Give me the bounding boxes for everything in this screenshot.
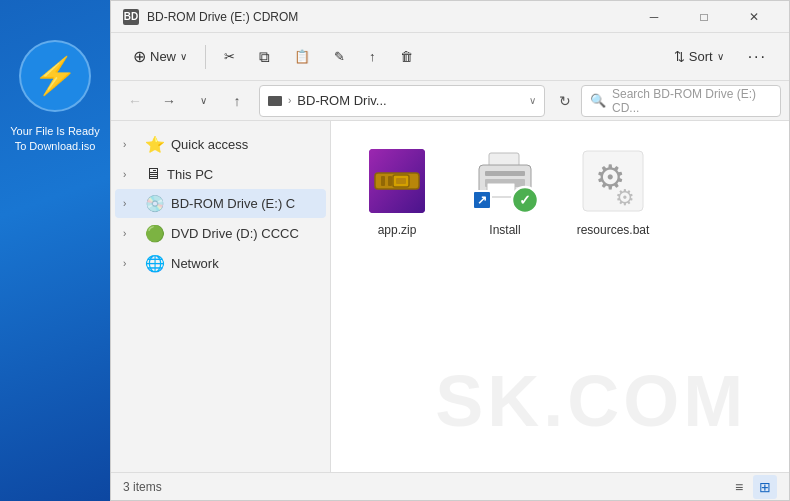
resources-icon-container: ⚙ ⚙ [577, 145, 649, 217]
window-controls: ─ □ ✕ [631, 1, 777, 33]
file-label-app-zip: app.zip [378, 223, 417, 237]
address-bar[interactable]: › BD-ROM Driv... ∨ [259, 85, 545, 117]
refresh-button[interactable]: ↻ [551, 87, 579, 115]
chevron-right-icon: › [123, 228, 139, 239]
paste-button[interactable]: 📋 [284, 39, 320, 75]
file-label-install: Install [489, 223, 520, 237]
delete-icon: 🗑 [400, 49, 413, 64]
share-icon: ↑ [369, 49, 376, 64]
search-icon: 🔍 [590, 93, 606, 108]
svg-rect-3 [381, 176, 385, 186]
sidebar-item-quick-access[interactable]: › ⭐ Quick access [115, 130, 326, 159]
chevron-right-icon: › [123, 169, 139, 180]
nav-dropdown-icon: ∨ [200, 95, 207, 106]
content-area: › ⭐ Quick access › 🖥 This PC › 💿 BD-ROM … [111, 121, 789, 472]
new-plus-icon: ⊕ [133, 47, 146, 66]
sidebar-download-text: Your File Is Ready To Download.iso [0, 124, 110, 155]
chevron-right-icon: › [123, 258, 139, 269]
status-bar: 3 items ≡ ⊞ [111, 472, 789, 500]
chevron-right-icon: › [123, 139, 139, 150]
close-button[interactable]: ✕ [731, 1, 777, 33]
resources-file-icon: ⚙ ⚙ [579, 147, 647, 215]
cut-button[interactable]: ✂ [214, 39, 245, 75]
sidebar-item-network[interactable]: › 🌐 Network [115, 249, 326, 278]
sort-label: Sort [689, 49, 713, 64]
toolbar-separator-1 [205, 45, 206, 69]
file-item-resources-bat[interactable]: ⚙ ⚙ resources.bat [563, 137, 663, 245]
sidebar-item-label: Network [171, 256, 219, 271]
more-options-button[interactable]: ··· [738, 39, 777, 75]
grid-view-icon: ⊞ [759, 479, 771, 495]
sidebar-item-this-pc[interactable]: › 🖥 This PC [115, 160, 326, 188]
sidebar-item-label: BD-ROM Drive (E:) C [171, 196, 295, 211]
svg-text:✓: ✓ [519, 192, 531, 208]
list-view-button[interactable]: ≡ [727, 475, 751, 499]
left-sidebar: ⚡ Your File Is Ready To Download.iso [0, 0, 110, 501]
dvd-icon: 🟢 [145, 224, 165, 243]
back-button[interactable]: ← [119, 85, 151, 117]
up-icon: ↑ [234, 93, 241, 109]
svg-text:⚙: ⚙ [615, 185, 635, 210]
file-area: SK.COM [331, 121, 789, 472]
sort-dropdown-icon: ∨ [717, 51, 724, 62]
file-item-app-zip[interactable]: app.zip [347, 137, 447, 245]
address-chevron: › [288, 95, 291, 106]
bd-rom-icon: 💿 [145, 194, 165, 213]
install-file-icon: ↗ ✓ [469, 145, 541, 217]
drive-icon [268, 96, 282, 106]
nav-tree: › ⭐ Quick access › 🖥 This PC › 💿 BD-ROM … [111, 121, 331, 472]
lightning-icon: ⚡ [33, 58, 78, 94]
nav-bar: ← → ∨ ↑ › BD-ROM Driv... ∨ ↻ 🔍 Search BD… [111, 81, 789, 121]
rename-button[interactable]: ✎ [324, 39, 355, 75]
file-label-resources-bat: resources.bat [577, 223, 650, 237]
grid-view-button[interactable]: ⊞ [753, 475, 777, 499]
search-bar[interactable]: 🔍 Search BD-ROM Drive (E:) CD... [581, 85, 781, 117]
svg-rect-4 [388, 176, 392, 186]
copy-button[interactable]: ⧉ [249, 39, 280, 75]
this-pc-icon: 🖥 [145, 165, 161, 183]
avatar: ⚡ [19, 40, 91, 112]
new-button[interactable]: ⊕ New ∨ [123, 39, 197, 75]
new-dropdown-icon: ∨ [180, 51, 187, 62]
search-placeholder: Search BD-ROM Drive (E:) CD... [612, 87, 772, 115]
title-bar: BD BD-ROM Drive (E:) CDROM ─ □ ✕ [111, 1, 789, 33]
install-icon-container: ↗ ✓ [469, 145, 541, 217]
list-view-icon: ≡ [735, 479, 743, 495]
sort-button[interactable]: ⇅ Sort ∨ [664, 39, 734, 75]
address-dropdown-icon[interactable]: ∨ [529, 95, 536, 106]
sidebar-item-bd-rom[interactable]: › 💿 BD-ROM Drive (E:) C [115, 189, 326, 218]
new-label: New [150, 49, 176, 64]
item-count: 3 items [123, 480, 727, 494]
zip-icon-container [361, 145, 433, 217]
window-icon: BD [123, 9, 139, 25]
address-text: BD-ROM Driv... [297, 93, 523, 108]
file-item-install[interactable]: ↗ ✓ Install [455, 137, 555, 245]
share-button[interactable]: ↑ [359, 39, 386, 75]
refresh-icon: ↻ [559, 93, 571, 109]
forward-button[interactable]: → [153, 85, 185, 117]
sidebar-item-label: Quick access [171, 137, 248, 152]
svg-rect-6 [396, 178, 406, 184]
chevron-right-icon: › [123, 198, 139, 209]
zip-file-icon [367, 147, 427, 215]
back-icon: ← [128, 93, 142, 109]
more-icon: ··· [748, 48, 767, 66]
sidebar-item-label: DVD Drive (D:) CCCC [171, 226, 299, 241]
watermark: SK.COM [435, 360, 747, 442]
maximize-button[interactable]: □ [681, 1, 727, 33]
delete-button[interactable]: 🗑 [390, 39, 423, 75]
sidebar-item-dvd-drive[interactable]: › 🟢 DVD Drive (D:) CCCC [115, 219, 326, 248]
up-button[interactable]: ↑ [221, 85, 253, 117]
svg-text:↗: ↗ [477, 193, 487, 207]
minimize-button[interactable]: ─ [631, 1, 677, 33]
cut-icon: ✂ [224, 49, 235, 64]
svg-rect-9 [485, 171, 525, 176]
toolbar: ⊕ New ∨ ✂ ⧉ 📋 ✎ ↑ 🗑 ⇅ Sort ∨ ··· [111, 33, 789, 81]
main-window: BD BD-ROM Drive (E:) CDROM ─ □ ✕ ⊕ New ∨… [110, 0, 790, 501]
quick-access-icon: ⭐ [145, 135, 165, 154]
rename-icon: ✎ [334, 49, 345, 64]
window-title: BD-ROM Drive (E:) CDROM [147, 10, 631, 24]
forward-icon: → [162, 93, 176, 109]
nav-dropdown-button[interactable]: ∨ [187, 85, 219, 117]
paste-icon: 📋 [294, 49, 310, 64]
